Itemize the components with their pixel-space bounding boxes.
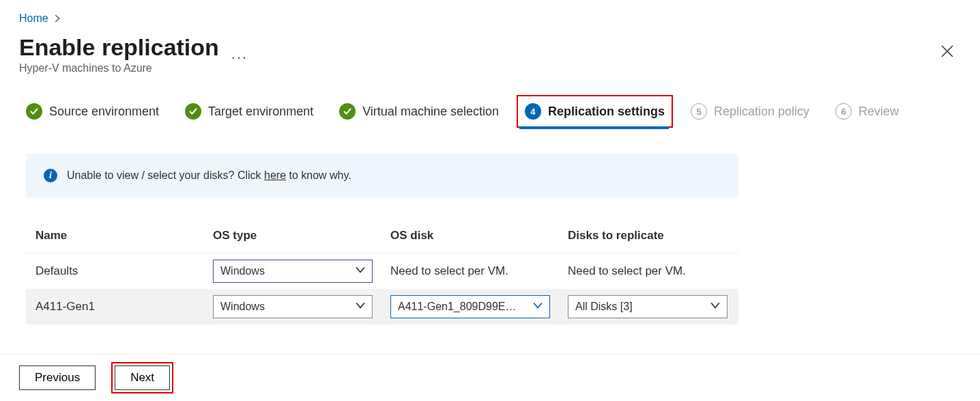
cell-disks-replicate: Need to select per VM. <box>568 264 745 278</box>
info-banner-link[interactable]: here <box>264 169 286 181</box>
info-banner: i Unable to view / select your disks? Cl… <box>26 154 738 197</box>
check-icon <box>26 103 42 120</box>
step-number-icon: 5 <box>691 103 707 120</box>
step-label: Source environment <box>49 105 159 119</box>
close-button[interactable] <box>934 38 961 66</box>
table-row: A411-Gen1 Windows A411-Gen1_809D99E… All… <box>26 289 738 324</box>
info-banner-text: Unable to view / select your disks? Clic… <box>67 169 351 182</box>
step-label: Virtual machine selection <box>362 105 499 119</box>
breadcrumb: Home <box>0 0 980 30</box>
cell-name: Defaults <box>35 264 213 278</box>
breadcrumb-home-link[interactable]: Home <box>19 12 48 25</box>
col-header-replicate: Disks to replicate <box>568 229 745 243</box>
dropdown-value: Windows <box>220 301 265 313</box>
step-vm-selection[interactable]: Virtual machine selection <box>339 103 499 120</box>
chevron-down-icon <box>356 265 365 277</box>
wizard-stepper: Source environment Target environment Vi… <box>0 83 980 132</box>
step-source-environment[interactable]: Source environment <box>26 103 159 120</box>
page-title: Enable replication <box>19 34 219 61</box>
step-label: Replication policy <box>714 105 809 119</box>
check-icon <box>185 103 201 120</box>
col-header-disk: OS disk <box>390 229 568 243</box>
dropdown-value: All Disks [3] <box>575 301 633 313</box>
step-target-environment[interactable]: Target environment <box>185 103 313 120</box>
step-label: Replication settings <box>548 105 665 119</box>
page-header: Enable replication Hyper-V machines to A… <box>0 30 980 83</box>
os-type-dropdown[interactable]: Windows <box>213 260 373 283</box>
table-row: Defaults Windows Need to select per VM. … <box>26 253 738 289</box>
dropdown-value: Windows <box>220 265 265 277</box>
next-button[interactable]: Next <box>115 365 170 390</box>
col-header-name: Name <box>35 229 213 243</box>
cell-os-disk: Need to select per VM. <box>390 264 568 278</box>
chevron-right-icon <box>54 13 61 24</box>
check-icon <box>339 103 356 120</box>
wizard-footer: Previous Next <box>0 354 980 401</box>
step-number-icon: 4 <box>525 103 541 120</box>
step-label: Target environment <box>208 105 313 119</box>
replication-table: Name OS type OS disk Disks to replicate … <box>26 218 738 324</box>
step-replication-settings[interactable]: 4 Replication settings <box>525 103 665 120</box>
step-number-icon: 6 <box>835 103 852 120</box>
previous-button[interactable]: Previous <box>19 365 96 390</box>
page-subtitle: Hyper-V machines to Azure <box>19 62 219 74</box>
cell-name: A411-Gen1 <box>35 300 213 314</box>
more-actions-button[interactable]: ··· <box>231 49 248 66</box>
info-icon: i <box>44 169 57 182</box>
disks-replicate-dropdown[interactable]: All Disks [3] <box>568 295 727 318</box>
chevron-down-icon <box>710 301 720 313</box>
chevron-down-icon <box>356 301 365 313</box>
step-label: Review <box>859 105 899 119</box>
col-header-os: OS type <box>213 229 390 243</box>
dropdown-value: A411-Gen1_809D99E… <box>398 301 516 313</box>
os-type-dropdown[interactable]: Windows <box>213 295 373 318</box>
table-header-row: Name OS type OS disk Disks to replicate <box>26 218 738 253</box>
chevron-down-icon <box>533 301 543 313</box>
step-replication-policy[interactable]: 5 Replication policy <box>691 103 809 120</box>
os-disk-dropdown[interactable]: A411-Gen1_809D99E… <box>390 295 550 318</box>
step-review[interactable]: 6 Review <box>835 103 899 120</box>
close-icon <box>941 45 953 57</box>
